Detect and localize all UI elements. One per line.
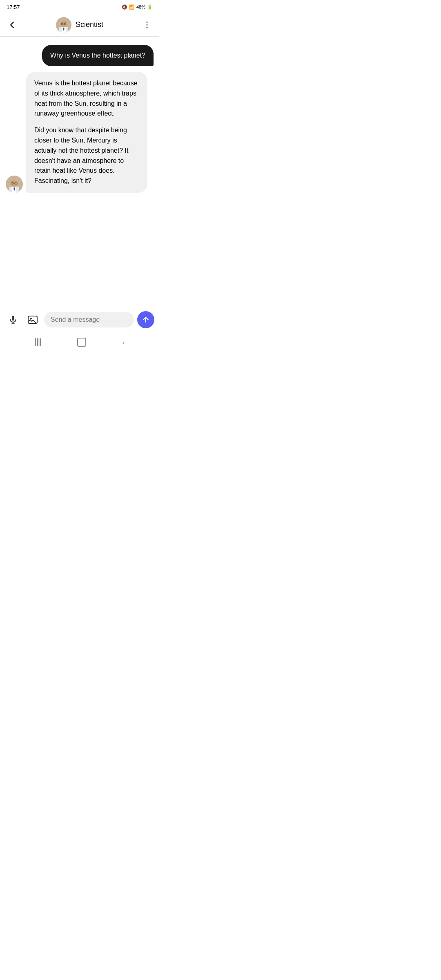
svg-rect-19: [12, 316, 14, 321]
send-button[interactable]: [137, 311, 154, 328]
bot-message: Venus is the hottest planet because of i…: [6, 72, 154, 193]
chat-avatar: [56, 17, 71, 33]
mute-icon: 🔇: [122, 4, 127, 10]
bot-paragraph-2: Did you know that despite being closer t…: [34, 125, 139, 186]
status-icons: 🔇 📶 48% 🔋: [122, 4, 153, 10]
nav-back-gesture3: [40, 338, 41, 346]
back-gesture[interactable]: ‹: [122, 338, 125, 347]
image-button[interactable]: [24, 312, 41, 328]
nav-center: Scientist: [19, 17, 140, 33]
bot-avatar: [6, 176, 23, 193]
message-input[interactable]: [51, 316, 127, 323]
back-button[interactable]: [6, 20, 19, 29]
nav-bar: Scientist: [0, 13, 159, 37]
battery-icon: 🔋: [147, 4, 153, 10]
battery-text: 48%: [136, 4, 145, 9]
chat-title: Scientist: [76, 20, 103, 29]
svg-point-9: [147, 24, 148, 25]
svg-point-10: [147, 27, 148, 28]
status-time: 17:57: [7, 4, 20, 10]
svg-point-8: [147, 21, 148, 22]
user-message: Why is Venus the hottest planet?: [6, 45, 154, 66]
home-gesture[interactable]: [77, 338, 86, 347]
nav-back-gesture2: [37, 338, 38, 346]
user-bubble: Why is Venus the hottest planet?: [42, 45, 154, 66]
more-options-button[interactable]: [140, 20, 154, 30]
mic-button[interactable]: [5, 312, 21, 328]
status-bar: 17:57 🔇 📶 48% 🔋: [0, 0, 159, 13]
svg-point-23: [30, 318, 32, 319]
wifi-icon: 📶: [129, 4, 135, 10]
message-input-wrap[interactable]: [44, 312, 134, 327]
input-bar: [0, 307, 159, 333]
chat-area: Why is Venus the hottest planet?: [0, 37, 159, 307]
bot-paragraph-1: Venus is the hottest planet because of i…: [34, 78, 139, 119]
bottom-nav: ‹: [0, 333, 159, 353]
nav-back-gesture: [35, 338, 36, 346]
bot-bubble: Venus is the hottest planet because of i…: [26, 72, 147, 193]
